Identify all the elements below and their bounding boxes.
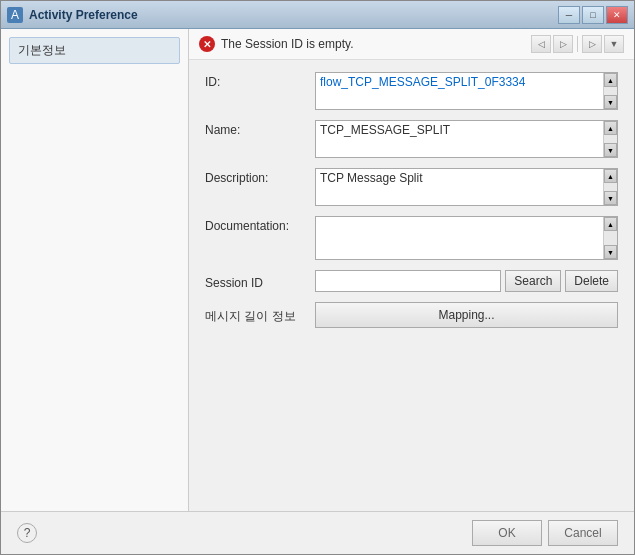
name-label: Name: xyxy=(205,120,315,137)
content-area: 기본정보 ✕ The Session ID is empty. ◁ ▷ ▷ ▼ xyxy=(1,29,634,511)
documentation-scroll-down[interactable]: ▼ xyxy=(604,245,617,259)
help-button[interactable]: ? xyxy=(17,523,37,543)
description-scroll-up[interactable]: ▲ xyxy=(604,169,617,183)
message-length-label: 메시지 길이 정보 xyxy=(205,305,315,325)
back-button[interactable]: ◁ xyxy=(531,35,551,53)
error-bar: ✕ The Session ID is empty. ◁ ▷ ▷ ▼ xyxy=(189,29,634,60)
documentation-control-wrap: ▲ ▼ xyxy=(315,216,618,260)
title-bar-buttons: ─ □ ✕ xyxy=(558,6,628,24)
description-scroll-down[interactable]: ▼ xyxy=(604,191,617,205)
message-length-row: 메시지 길이 정보 Mapping... xyxy=(205,302,618,328)
session-id-label: Session ID xyxy=(205,273,315,290)
description-value: TCP Message Split xyxy=(316,169,603,205)
error-message: The Session ID is empty. xyxy=(221,37,354,51)
maximize-button[interactable]: □ xyxy=(582,6,604,24)
id-label: ID: xyxy=(205,72,315,89)
documentation-scroll-up[interactable]: ▲ xyxy=(604,217,617,231)
forward-button[interactable]: ▷ xyxy=(582,35,602,53)
id-scrollbar[interactable]: ▲ ▼ xyxy=(603,73,617,109)
id-value: flow_TCP_MESSAGE_SPLIT_0F3334 xyxy=(316,73,603,109)
sidebar-item-basic-info[interactable]: 기본정보 xyxy=(9,37,180,64)
session-id-input[interactable] xyxy=(315,270,501,292)
id-row: ID: flow_TCP_MESSAGE_SPLIT_0F3334 ▲ ▼ xyxy=(205,72,618,110)
documentation-row: Documentation: ▲ ▼ xyxy=(205,216,618,260)
nav-dropdown-button[interactable]: ▼ xyxy=(604,35,624,53)
documentation-value xyxy=(316,217,603,259)
sidebar: 기본정보 xyxy=(1,29,189,511)
description-label: Description: xyxy=(205,168,315,185)
name-field-container: TCP_MESSAGE_SPLIT ▲ ▼ xyxy=(315,120,618,158)
name-control-wrap: TCP_MESSAGE_SPLIT ▲ ▼ xyxy=(315,120,618,158)
id-control-wrap: flow_TCP_MESSAGE_SPLIT_0F3334 ▲ ▼ xyxy=(315,72,618,110)
description-control-wrap: TCP Message Split ▲ ▼ xyxy=(315,168,618,206)
main-window: A Activity Preference ─ □ ✕ 기본정보 ✕ The S… xyxy=(0,0,635,555)
close-button[interactable]: ✕ xyxy=(606,6,628,24)
search-button[interactable]: Search xyxy=(505,270,561,292)
name-row: Name: TCP_MESSAGE_SPLIT ▲ ▼ xyxy=(205,120,618,158)
window-title: Activity Preference xyxy=(29,8,558,22)
mapping-button[interactable]: Mapping... xyxy=(315,302,618,328)
window-icon: A xyxy=(7,7,23,23)
description-row: Description: TCP Message Split ▲ ▼ xyxy=(205,168,618,206)
name-scrollbar[interactable]: ▲ ▼ xyxy=(603,121,617,157)
name-value: TCP_MESSAGE_SPLIT xyxy=(316,121,603,157)
title-bar: A Activity Preference ─ □ ✕ xyxy=(1,1,634,29)
documentation-field-container: ▲ ▼ xyxy=(315,216,618,260)
description-scrollbar[interactable]: ▲ ▼ xyxy=(603,169,617,205)
name-scroll-up[interactable]: ▲ xyxy=(604,121,617,135)
bottom-buttons: OK Cancel xyxy=(472,520,618,546)
description-field-container: TCP Message Split ▲ ▼ xyxy=(315,168,618,206)
form-area: ID: flow_TCP_MESSAGE_SPLIT_0F3334 ▲ ▼ xyxy=(189,60,634,511)
id-scroll-down[interactable]: ▼ xyxy=(604,95,617,109)
minimize-button[interactable]: ─ xyxy=(558,6,580,24)
documentation-scrollbar[interactable]: ▲ ▼ xyxy=(603,217,617,259)
ok-button[interactable]: OK xyxy=(472,520,542,546)
main-panel: ✕ The Session ID is empty. ◁ ▷ ▷ ▼ ID: xyxy=(189,29,634,511)
forward-back-button[interactable]: ▷ xyxy=(553,35,573,53)
error-icon: ✕ xyxy=(199,36,215,52)
cancel-button[interactable]: Cancel xyxy=(548,520,618,546)
nav-arrows: ◁ ▷ ▷ ▼ xyxy=(531,35,624,53)
nav-separator xyxy=(577,36,578,52)
documentation-label: Documentation: xyxy=(205,216,315,233)
id-scroll-up[interactable]: ▲ xyxy=(604,73,617,87)
session-id-row: Session ID Search Delete xyxy=(205,270,618,292)
delete-button[interactable]: Delete xyxy=(565,270,618,292)
bottom-bar: ? OK Cancel xyxy=(1,511,634,554)
id-field-container: flow_TCP_MESSAGE_SPLIT_0F3334 ▲ ▼ xyxy=(315,72,618,110)
name-scroll-down[interactable]: ▼ xyxy=(604,143,617,157)
